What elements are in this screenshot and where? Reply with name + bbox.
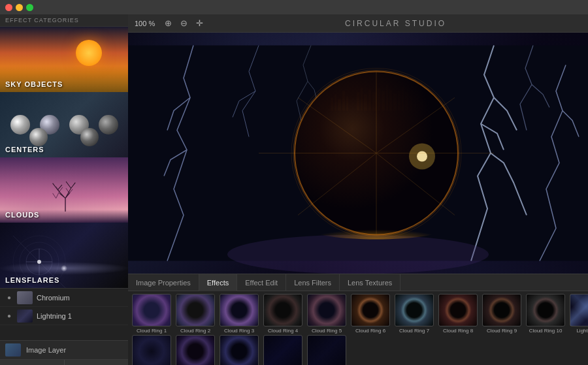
effect-image <box>220 335 259 365</box>
effect-thumb-cloud-ring-7[interactable]: Cloud Ring 7 <box>393 294 435 334</box>
effect-thumb-star-ring-2[interactable]: Star Ring 2 <box>218 335 260 365</box>
effect-thumb-nebula-ring-3[interactable]: Nebula Ring 3 <box>131 335 172 365</box>
effect-label: Cloud Ring 8 <box>437 328 479 334</box>
content-area: 100 % ⊕ ⊖ ✛ CIRCULAR STUDIO <box>128 14 588 365</box>
zoom-in-icon[interactable]: ⊕ <box>163 18 173 29</box>
effect-image <box>351 294 390 326</box>
delete-effect-button[interactable]: Delete Effect <box>65 360 129 365</box>
effect-label: Cloud Ring 6 <box>350 328 391 334</box>
effect-image <box>176 294 215 326</box>
sidebar-item-lensflares[interactable]: LENSFLARES <box>0 223 128 288</box>
effects-row-1: Cloud Ring 1 Cloud Ring 2 Cloud Ring 3 C… <box>131 294 585 334</box>
sky-objects-label: SKY OBJECTS <box>5 80 63 88</box>
effect-image <box>307 335 346 365</box>
layer-lightning1[interactable]: ● Lightning 1 <box>0 307 128 325</box>
layer-panel: ● Chromium ● Lightning 1 <box>0 288 128 340</box>
layer-thumbnail <box>17 291 33 304</box>
effects-strip: Cloud Ring 1 Cloud Ring 2 Cloud Ring 3 C… <box>128 291 588 365</box>
toolbar: 100 % ⊕ ⊖ ✛ CIRCULAR STUDIO <box>128 14 588 33</box>
sidebar-item-sky-objects[interactable]: SKY OBJECTS <box>0 27 128 92</box>
effect-thumb-lightning-1[interactable]: Lightning 1 <box>568 294 588 334</box>
eye-icon[interactable]: ● <box>4 311 14 321</box>
effect-image <box>220 294 259 326</box>
effect-thumb-cloud-ring-5[interactable]: Cloud Ring 5 <box>306 294 348 334</box>
effect-label: Cloud Ring 4 <box>262 328 304 334</box>
tab-lens-filters[interactable]: Lens Filters <box>286 274 340 291</box>
effect-image <box>132 335 171 365</box>
eye-icon[interactable]: ● <box>4 293 14 303</box>
minimize-button[interactable] <box>16 4 23 11</box>
effects-row-2: Nebula Ring 3 Star Ring 1 Star Ring 2 St… <box>131 335 585 365</box>
effect-label: Lightning 1 <box>568 328 588 334</box>
effect-thumb-cloud-ring-2[interactable]: Cloud Ring 2 <box>174 294 216 334</box>
tab-lens-textures[interactable]: Lens Textures <box>340 274 400 291</box>
effect-image <box>482 294 521 326</box>
effect-image <box>263 294 302 326</box>
layer-chromium[interactable]: ● Chromium <box>0 289 128 307</box>
effect-label: Cloud Ring 10 <box>525 328 566 334</box>
zoom-level: 100 % <box>135 20 155 27</box>
tabs: Image Properties Effects Effect Edit Len… <box>128 274 588 291</box>
image-layer-icon <box>5 343 21 357</box>
image-layer-label: Image Layer <box>26 346 66 354</box>
bottom-buttons: Add Effect Delete Effect <box>0 359 128 365</box>
main-container: EFFECT CATEGORIES SKY OBJECTS <box>0 14 588 365</box>
effect-thumb-cloud-ring-8[interactable]: Cloud Ring 8 <box>437 294 479 334</box>
lightning-background <box>128 33 588 274</box>
effect-thumb-star-ring-1[interactable]: Star Ring 1 <box>174 335 216 365</box>
sidebar: EFFECT CATEGORIES SKY OBJECTS <box>0 14 128 365</box>
effect-thumb-cloud-ring-4[interactable]: Cloud Ring 4 <box>262 294 304 334</box>
tab-image-properties[interactable]: Image Properties <box>128 274 199 291</box>
layer-thumbnail <box>17 309 33 323</box>
effect-image <box>132 294 171 326</box>
sidebar-item-centers[interactable]: CENTERS <box>0 92 128 157</box>
effect-thumb-cloud-ring-6[interactable]: Cloud Ring 6 <box>350 294 391 334</box>
layer-name: Lightning 1 <box>37 312 72 320</box>
effect-thumb-cloud-ring-10[interactable]: Cloud Ring 10 <box>525 294 566 334</box>
preview-area[interactable] <box>128 33 588 274</box>
effect-thumb-cloud-ring-9[interactable]: Cloud Ring 9 <box>481 294 523 334</box>
effect-image <box>526 294 565 326</box>
effect-image <box>395 294 434 326</box>
effect-thumb-star-trails-1[interactable]: Star Trails 1 <box>262 335 304 365</box>
bottom-panel: Image Properties Effects Effect Edit Len… <box>128 274 588 365</box>
add-effect-button[interactable]: Add Effect <box>0 360 65 365</box>
effect-thumb-cloud-ring-3[interactable]: Cloud Ring 3 <box>218 294 260 334</box>
effect-label: Cloud Ring 3 <box>218 328 260 334</box>
lensflares-label: LENSFLARES <box>5 276 59 284</box>
effect-thumb-star-trails-2[interactable]: Star Trails 2 <box>306 335 348 365</box>
effect-label: Cloud Ring 9 <box>481 328 523 334</box>
zoom-out-icon[interactable]: ⊖ <box>178 18 189 29</box>
effect-label: Cloud Ring 7 <box>393 328 435 334</box>
maximize-button[interactable] <box>26 4 33 11</box>
effect-thumb-cloud-ring-1[interactable]: Cloud Ring 1 <box>131 294 172 334</box>
effect-image <box>176 335 215 365</box>
sidebar-header: EFFECT CATEGORIES <box>0 14 128 27</box>
layer-name: Chromium <box>37 294 70 302</box>
centers-label: CENTERS <box>5 146 44 153</box>
traffic-lights <box>5 4 33 11</box>
close-button[interactable] <box>5 4 12 11</box>
effect-image <box>307 294 346 326</box>
effect-label: Cloud Ring 1 <box>131 328 172 334</box>
tab-effect-edit[interactable]: Effect Edit <box>237 274 286 291</box>
app-title: CIRCULAR STUDIO <box>210 19 581 28</box>
effect-label: Cloud Ring 2 <box>174 328 216 334</box>
effect-label: Cloud Ring 5 <box>306 328 348 334</box>
move-icon[interactable]: ✛ <box>194 18 204 29</box>
effect-image <box>263 335 302 365</box>
sidebar-item-clouds[interactable]: CLOUDS <box>0 157 128 223</box>
image-layer-bar: Image Layer <box>0 340 128 359</box>
effect-image <box>570 294 588 326</box>
titlebar <box>0 0 588 14</box>
tab-effects[interactable]: Effects <box>199 274 237 291</box>
clouds-label: CLOUDS <box>5 211 39 219</box>
effect-image <box>438 294 478 326</box>
